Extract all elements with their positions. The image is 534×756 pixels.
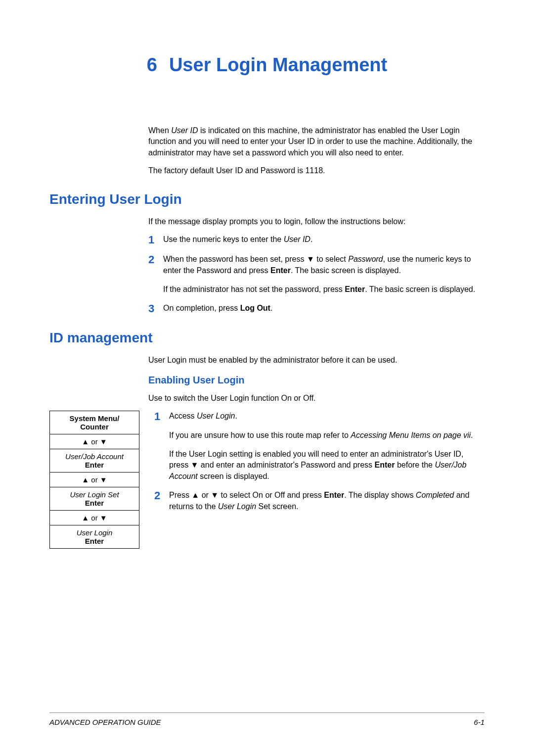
step2-p1: When the password has been set, press ▼ … <box>163 254 485 276</box>
intro-em: User ID <box>171 126 198 135</box>
s2s1-p3: If the User Login setting is enabled you… <box>169 449 485 482</box>
menu-nav-icon: ▲ or ▼ <box>50 472 139 487</box>
step-3: 3 On completion, press Log Out. <box>148 303 485 315</box>
page-number: 6-1 <box>474 718 485 726</box>
menu-action: Enter <box>52 461 137 469</box>
menu-row-userloginset: User Login Set Enter <box>50 487 139 511</box>
section-enabling-user-login: Enabling User Login <box>148 375 485 386</box>
step-1: 1 Access User Login. If you are unsure h… <box>154 411 485 482</box>
step-2: 2 Press ▲ or ▼ to select On or Off and p… <box>154 490 485 512</box>
menu-route-map: System Menu/ Counter ▲ or ▼ User/Job Acc… <box>49 411 139 549</box>
section1-body: If the message display prompts you to lo… <box>148 216 485 315</box>
s2s1-p1: Access User Login. <box>169 411 485 422</box>
section2-intro: User Login must be enabled by the admini… <box>148 355 485 366</box>
menu-label: User/Job Account <box>52 452 137 461</box>
step-number: 2 <box>154 490 169 502</box>
page: 6User Login Management When User ID is i… <box>0 0 534 756</box>
step1-p1: Use the numeric keys to enter the User I… <box>163 234 485 245</box>
section1-steps: 1 Use the numeric keys to enter the User… <box>148 234 485 315</box>
menu-label: User Login Set <box>52 490 137 499</box>
menu-label: User Login <box>52 528 137 537</box>
menu-label: System Menu/ <box>52 414 137 423</box>
enabling-two-col: System Menu/ Counter ▲ or ▼ User/Job Acc… <box>49 411 485 549</box>
section1-intro: If the message display prompts you to lo… <box>148 216 485 227</box>
step-number: 3 <box>148 303 163 315</box>
footer-left: ADVANCED OPERATION GUIDE <box>49 718 161 726</box>
step-text: On completion, press Log Out. <box>163 303 485 314</box>
s2s2-p1: Press ▲ or ▼ to select On or Off and pre… <box>169 490 485 512</box>
intro-block: When User ID is indicated on this machin… <box>148 125 485 177</box>
menu-row-system: System Menu/ Counter <box>50 411 139 434</box>
menu-action: Enter <box>52 499 137 507</box>
section2-sub-intro: Use to switch the User Login function On… <box>148 393 485 404</box>
menu-row-userjob: User/Job Account Enter <box>50 449 139 472</box>
step-text: When the password has been set, press ▼ … <box>163 254 485 295</box>
chapter-title: 6User Login Management <box>49 54 485 76</box>
step-text: Use the numeric keys to enter the User I… <box>163 234 485 245</box>
footer: ADVANCED OPERATION GUIDE 6-1 <box>49 712 485 726</box>
step-number: 1 <box>148 234 163 246</box>
step-text: Press ▲ or ▼ to select On or Off and pre… <box>169 490 485 512</box>
menu-row-userlogin: User Login Enter <box>50 525 139 548</box>
chapter-number: 6 <box>147 54 157 75</box>
step-text: Access User Login. If you are unsure how… <box>169 411 485 482</box>
enabling-steps: 1 Access User Login. If you are unsure h… <box>154 411 485 520</box>
intro-p1: When User ID is indicated on this machin… <box>148 125 485 158</box>
step-1: 1 Use the numeric keys to enter the User… <box>148 234 485 246</box>
menu-nav-icon: ▲ or ▼ <box>50 434 139 449</box>
section2-intro-wrap: User Login must be enabled by the admini… <box>148 355 485 404</box>
section-id-management: ID management <box>49 330 485 346</box>
menu-label: Counter <box>52 423 137 431</box>
menu-action: Enter <box>52 537 137 545</box>
step2-p2: If the administrator has not set the pas… <box>163 284 485 295</box>
menu-nav-icon: ▲ or ▼ <box>50 511 139 525</box>
step-2: 2 When the password has been set, press … <box>148 254 485 295</box>
step-number: 2 <box>148 254 163 266</box>
step-number: 1 <box>154 411 169 423</box>
s2s1-p2: If you are unsure how to use this route … <box>169 430 485 441</box>
section2-steps: 1 Access User Login. If you are unsure h… <box>154 411 485 512</box>
intro-p2: The factory default User ID and Password… <box>148 165 485 176</box>
step3-p1: On completion, press Log Out. <box>163 303 485 314</box>
section-entering-user-login: Entering User Login <box>49 191 485 207</box>
chapter-title-text: User Login Management <box>169 54 387 75</box>
